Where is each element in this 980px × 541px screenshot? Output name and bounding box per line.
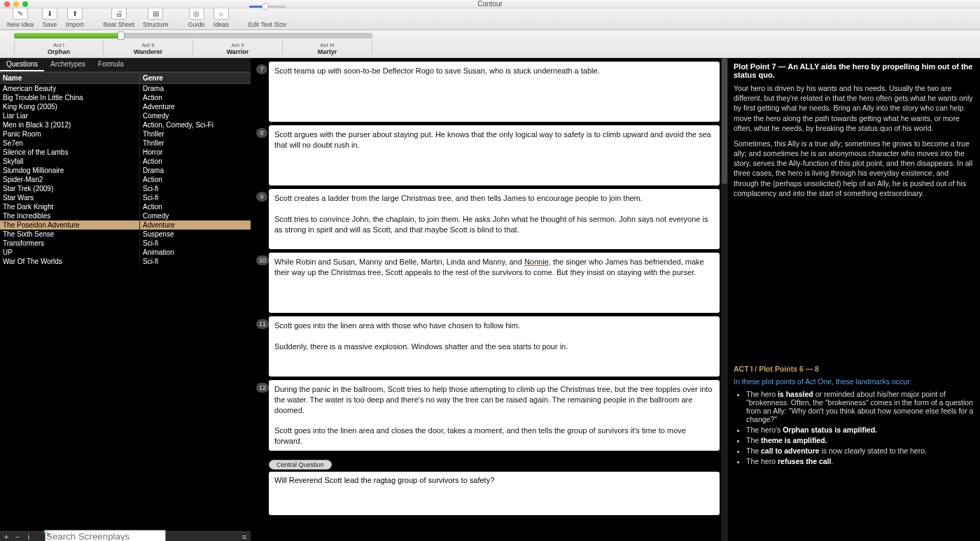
- beat-list: 7Scott teams up with soon-to-be Deflecto…: [251, 58, 728, 541]
- guide-bullets: The hero is hassled or reminded about hi…: [734, 390, 974, 465]
- window-title: Contour: [0, 0, 980, 8]
- guide-subhead: ACT I / Plot Points 6 — 8: [734, 365, 974, 373]
- search-icon: 🔍: [43, 530, 50, 536]
- col-name[interactable]: Name: [0, 73, 140, 83]
- table-row[interactable]: War Of The WorldsSci-fi: [0, 257, 251, 266]
- table-row[interactable]: The IncrediblesComedy: [0, 211, 251, 220]
- table-row[interactable]: Se7enThriller: [0, 139, 251, 148]
- new-idea-button[interactable]: ✎ New Idea: [3, 8, 38, 29]
- act-column[interactable]: Act IIWarrior: [193, 41, 283, 55]
- text-size-control[interactable]: Edit Text Size: [244, 1, 290, 29]
- guide-title: Plot Point 7 — An ALLY aids the hero by …: [734, 62, 974, 79]
- tab-archetypes[interactable]: Archetypes: [44, 58, 92, 71]
- tab-questions[interactable]: Questions: [0, 58, 44, 71]
- import-icon: ⬆: [67, 8, 83, 20]
- beat-sheet-button[interactable]: 🖨 Beat Sheet: [99, 8, 139, 29]
- guide-bullet: The call to adventure is now clearly sta…: [746, 447, 974, 455]
- sidebar: QuestionsArchetypesFormula Name Genre Am…: [0, 58, 251, 541]
- beat-text[interactable]: Scott goes into the linen area with thos…: [269, 316, 720, 377]
- table-row[interactable]: American BeautyDrama: [0, 84, 251, 93]
- search-wrap: 🔍: [41, 530, 237, 541]
- toolbar: ✎ New Idea ⬇ Save ⬆ Import 🖨 Beat Sheet …: [0, 8, 980, 30]
- act-seg-done: [14, 33, 119, 38]
- scrollbar[interactable]: [721, 58, 728, 541]
- guide-button[interactable]: ◎ Guide: [184, 8, 209, 29]
- ideas-icon: ☼: [214, 8, 229, 20]
- table-row[interactable]: UPAnimation: [0, 248, 251, 257]
- main-area: QuestionsArchetypesFormula Name Genre Am…: [0, 58, 980, 541]
- beat-number: 11: [256, 319, 269, 329]
- table-row[interactable]: King Kong (2005)Adventure: [0, 102, 251, 111]
- act-labels: Act IOrphanAct IIWandererAct IIWarriorAc…: [14, 41, 372, 55]
- beat-number: 12: [256, 383, 269, 393]
- table-row[interactable]: Silence of the LambsHorror: [0, 148, 251, 157]
- table-row[interactable]: Star Trek (2009)Sci-fi: [0, 184, 251, 193]
- import-button[interactable]: ⬆ Import: [62, 8, 88, 29]
- act-column[interactable]: Act IIWanderer: [104, 41, 193, 55]
- info-button[interactable]: i: [25, 533, 32, 541]
- add-button[interactable]: +: [3, 533, 10, 541]
- table-row[interactable]: SkyfallAction: [0, 157, 251, 166]
- table-row[interactable]: The Sixth SenseSuspense: [0, 230, 251, 239]
- beat-7: 7Scott teams up with soon-to-be Deflecto…: [256, 62, 720, 122]
- table-body: American BeautyDramaBig Trouble In Littl…: [0, 84, 251, 531]
- act-column[interactable]: Act IIIMartyr: [283, 41, 372, 55]
- guide-icon: ◎: [189, 8, 204, 20]
- table-row[interactable]: Panic RoomThriller: [0, 129, 251, 139]
- beat-number: 8: [256, 128, 267, 138]
- table-row[interactable]: The Poseidon AdventureAdventure: [0, 220, 251, 230]
- text-size-slider[interactable]: [249, 1, 286, 11]
- beat-number: 10: [256, 255, 269, 265]
- act-playhead[interactable]: [118, 31, 125, 40]
- sidebar-tabs: QuestionsArchetypesFormula: [0, 58, 251, 72]
- central-question-pill[interactable]: Central Question: [269, 460, 332, 470]
- guide-p2: Sometimes, this Ally is a true ally; som…: [734, 139, 974, 198]
- guide-lead: In these plot points of Act One, these l…: [734, 377, 974, 386]
- tab-formula[interactable]: Formula: [92, 58, 130, 71]
- beat-9: 9Scott creates a ladder from the large C…: [256, 189, 720, 249]
- guide-bullet: The hero is hassled or reminded about hi…: [746, 390, 974, 423]
- beat-10: 10While Robin and Susan, Manny and Belle…: [256, 253, 720, 313]
- structure-icon: ▤: [148, 8, 163, 20]
- table-row[interactable]: Spider-Man2Action: [0, 175, 251, 184]
- beat-text[interactable]: Scott argues with the purser about stayi…: [269, 125, 720, 185]
- beat-text[interactable]: Scott creates a ladder from the large Ch…: [269, 189, 720, 249]
- guide-panel: Plot Point 7 — An ALLY aids the hero by …: [728, 58, 980, 541]
- table-row[interactable]: Slumdog MillionaireDrama: [0, 166, 251, 175]
- scroll-thumb[interactable]: [722, 58, 727, 184]
- beat-number: 9: [256, 192, 267, 202]
- table-row[interactable]: The Dark KnightAction: [0, 202, 251, 211]
- guide-bullet: The hero refuses the call.: [746, 457, 974, 465]
- col-genre[interactable]: Genre: [140, 73, 251, 83]
- beat-11: 11Scott goes into the linen area with th…: [256, 316, 720, 377]
- beat-text[interactable]: During the panic in the ballroom, Scott …: [269, 380, 720, 451]
- table-row[interactable]: Men in Black 3 (2012)Action, Comedy, Sci…: [0, 120, 251, 129]
- beat-12: 12During the panic in the ballroom, Scot…: [256, 380, 720, 451]
- act-column[interactable]: Act IOrphan: [14, 41, 104, 55]
- structure-button[interactable]: ▤ Structure: [139, 8, 173, 29]
- search-input[interactable]: [45, 530, 166, 541]
- act-seg-remaining: [120, 33, 372, 38]
- beat-text[interactable]: While Robin and Susan, Manny and Belle, …: [269, 253, 720, 313]
- central-question-body[interactable]: Will Reverend Scott lead the ragtag grou…: [269, 472, 720, 515]
- ideas-button[interactable]: ☼ Ideas: [209, 8, 233, 29]
- beat-8: 8Scott argues with the purser about stay…: [256, 125, 720, 185]
- table-row[interactable]: Big Trouble In Little ChinaAction: [0, 93, 251, 102]
- list-options-icon[interactable]: ≡: [241, 533, 248, 541]
- remove-button[interactable]: −: [14, 533, 21, 541]
- table-row[interactable]: TransformersSci-fi: [0, 239, 251, 248]
- save-icon: ⬇: [42, 8, 57, 20]
- new-idea-icon: ✎: [13, 8, 28, 20]
- guide-p1: Your hero is driven by his wants and his…: [734, 83, 974, 133]
- beat-number: 7: [256, 64, 267, 74]
- titlebar: Contour: [0, 0, 980, 8]
- table-header: Name Genre: [0, 72, 251, 84]
- table-row[interactable]: Star WarsSci-fi: [0, 193, 251, 202]
- guide-bullet: The theme is amplified.: [746, 436, 974, 444]
- table-row[interactable]: Liar LiarComedy: [0, 111, 251, 120]
- sidebar-footer: + − i 🔍 ≡: [0, 531, 251, 541]
- save-button[interactable]: ⬇ Save: [38, 8, 62, 29]
- act-progress-bar[interactable]: [14, 33, 372, 41]
- beat-text[interactable]: Scott teams up with soon-to-be Deflector…: [269, 62, 720, 122]
- guide-bullet: The hero's Orphan status is amplified.: [746, 426, 974, 434]
